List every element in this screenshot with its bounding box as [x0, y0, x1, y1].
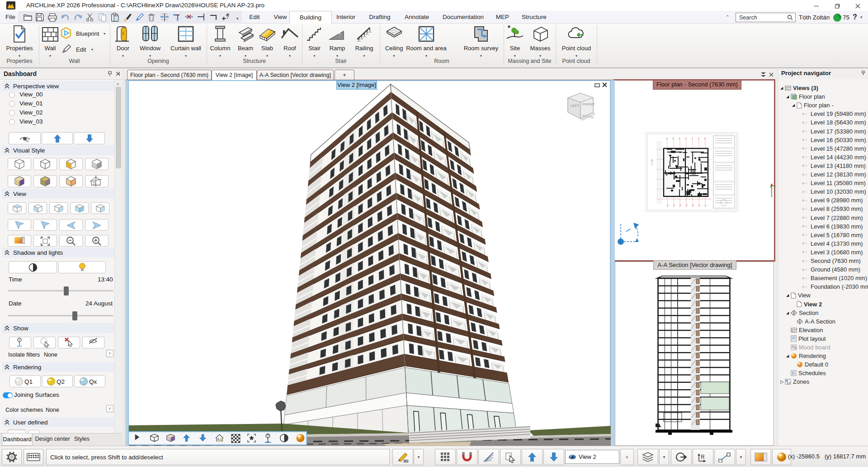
svg-text:R: R	[701, 454, 705, 460]
svg-text:12: 12	[787, 381, 790, 385]
svg-text:Q2: Q2	[57, 378, 65, 385]
svg-text:?: ?	[18, 338, 20, 342]
svg-text:?: ?	[267, 434, 269, 438]
svg-text:LEFT: LEFT	[571, 104, 580, 108]
svg-text:Q1: Q1	[24, 378, 33, 385]
svg-text:3D: 3D	[403, 459, 409, 463]
svg-text:Qx: Qx	[89, 378, 97, 385]
svg-text:FRONT: FRONT	[582, 102, 595, 106]
